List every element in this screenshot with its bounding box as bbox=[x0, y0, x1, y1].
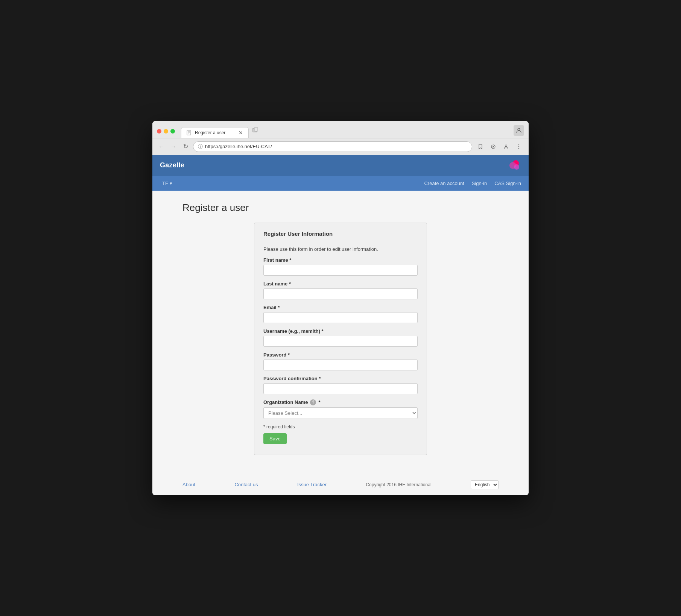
last-name-group: Last name * bbox=[263, 281, 418, 299]
password-label: Password * bbox=[263, 352, 418, 358]
org-help-icon[interactable]: ? bbox=[310, 399, 316, 405]
bookmark-icon[interactable] bbox=[475, 141, 486, 152]
maximize-button[interactable] bbox=[170, 129, 175, 134]
about-link[interactable]: About bbox=[182, 482, 195, 487]
org-name-label: Organization Name bbox=[263, 399, 308, 405]
nav-tf[interactable]: TF ▾ bbox=[160, 176, 175, 191]
svg-point-6 bbox=[518, 128, 520, 130]
page-content: Register a user Register User Informatio… bbox=[152, 191, 529, 474]
cas-sign-in-link[interactable]: CAS Sign-in bbox=[494, 181, 521, 186]
svg-point-10 bbox=[518, 146, 519, 147]
close-button[interactable] bbox=[157, 129, 161, 134]
form-card-title: Register User Information bbox=[263, 231, 418, 241]
profile-button-top[interactable] bbox=[514, 125, 524, 136]
first-name-label: First name * bbox=[263, 257, 418, 263]
org-required-star: * bbox=[318, 399, 320, 405]
required-note: * required fields bbox=[263, 424, 418, 429]
language-select[interactable]: English bbox=[471, 480, 499, 489]
chevron-down-icon: ▾ bbox=[170, 181, 172, 186]
language-selector[interactable]: English bbox=[471, 480, 499, 489]
last-name-input[interactable] bbox=[263, 288, 418, 299]
user-profile-icon[interactable] bbox=[501, 141, 511, 152]
org-label-row: Organization Name ? * bbox=[263, 399, 418, 405]
url-text: https://gazelle.ihe.net/EU-CAT/ bbox=[205, 144, 467, 149]
svg-point-8 bbox=[505, 145, 507, 147]
toolbar-icons bbox=[475, 141, 524, 152]
svg-point-9 bbox=[518, 144, 519, 145]
issue-tracker-link[interactable]: Issue Tracker bbox=[297, 482, 327, 487]
svg-rect-5 bbox=[254, 127, 258, 131]
tab-title: Register a user bbox=[195, 130, 225, 135]
org-name-select[interactable]: Please Select... bbox=[263, 407, 418, 419]
username-label: Username (e.g., msmith) * bbox=[263, 328, 418, 334]
email-input[interactable] bbox=[263, 312, 418, 323]
back-button[interactable]: ← bbox=[157, 142, 166, 151]
svg-point-14 bbox=[514, 164, 519, 170]
nav-right: Create an account Sign-in CAS Sign-in bbox=[424, 181, 521, 186]
first-name-group: First name * bbox=[263, 257, 418, 276]
app-logo: Gazelle bbox=[160, 161, 184, 169]
active-tab[interactable]: Register a user ✕ bbox=[181, 127, 249, 138]
create-account-link[interactable]: Create an account bbox=[424, 181, 464, 186]
email-group: Email * bbox=[263, 305, 418, 323]
nav-left: TF ▾ bbox=[160, 176, 175, 191]
new-tab-button[interactable] bbox=[249, 125, 262, 137]
org-name-group: Organization Name ? * Please Select... bbox=[263, 399, 418, 419]
password-confirm-group: Password confirmation * bbox=[263, 376, 418, 394]
page-icon bbox=[187, 130, 192, 135]
username-group: Username (e.g., msmith) * bbox=[263, 328, 418, 347]
password-confirm-label: Password confirmation * bbox=[263, 376, 418, 381]
tab-close-icon[interactable]: ✕ bbox=[239, 130, 243, 136]
register-form-card: Register User Information Please use thi… bbox=[254, 223, 427, 455]
first-name-input[interactable] bbox=[263, 265, 418, 276]
email-label: Email * bbox=[263, 305, 418, 310]
sign-in-link[interactable]: Sign-in bbox=[472, 181, 487, 186]
extensions-icon[interactable] bbox=[488, 141, 499, 152]
minimize-button[interactable] bbox=[164, 129, 168, 134]
traffic-lights bbox=[157, 129, 175, 134]
copyright-text: Copyright 2016 IHE International bbox=[366, 482, 431, 487]
password-input[interactable] bbox=[263, 360, 418, 370]
contact-us-link[interactable]: Contact us bbox=[234, 482, 258, 487]
address-bar: ← → ↻ ⓘ https://gazelle.ihe.net/EU-CAT/ bbox=[152, 138, 529, 155]
reload-button[interactable]: ↻ bbox=[181, 142, 190, 151]
info-icon: ⓘ bbox=[198, 143, 203, 150]
menu-icon[interactable] bbox=[514, 141, 524, 152]
forward-button[interactable]: → bbox=[169, 142, 178, 151]
svg-point-11 bbox=[518, 148, 519, 149]
browser-window: Register a user ✕ ← → ↻ ⓘ https://gazell… bbox=[152, 121, 529, 495]
app-avatar bbox=[508, 159, 521, 172]
page-title: Register a user bbox=[182, 202, 499, 214]
form-description: Please use this form in order to edit us… bbox=[263, 246, 418, 252]
url-bar[interactable]: ⓘ https://gazelle.ihe.net/EU-CAT/ bbox=[193, 141, 472, 152]
app-nav: TF ▾ Create an account Sign-in CAS Sign-… bbox=[152, 176, 529, 191]
page-footer: About Contact us Issue Tracker Copyright… bbox=[152, 474, 529, 495]
tab-bar: Register a user ✕ bbox=[181, 125, 511, 138]
last-name-label: Last name * bbox=[263, 281, 418, 287]
password-group: Password * bbox=[263, 352, 418, 370]
username-input[interactable] bbox=[263, 336, 418, 347]
password-confirm-input[interactable] bbox=[263, 383, 418, 394]
app-header: Gazelle bbox=[152, 155, 529, 176]
title-bar: Register a user ✕ bbox=[152, 121, 529, 138]
save-button[interactable]: Save bbox=[263, 433, 287, 444]
